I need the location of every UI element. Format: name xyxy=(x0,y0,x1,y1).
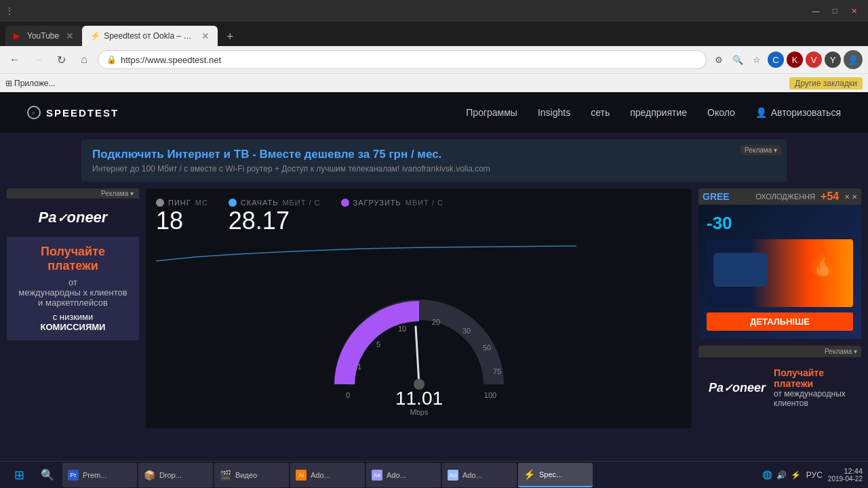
taskbar-app-au[interactable]: Au Ado... xyxy=(442,463,517,487)
svg-text:5: 5 xyxy=(376,340,380,348)
extension3-icon[interactable]: Y xyxy=(825,52,841,68)
taskbar-app-dropbox[interactable]: 📦 Drop... xyxy=(138,463,213,487)
payoneer-ad-badge-text[interactable]: Реклама ▾ xyxy=(825,348,857,355)
upload-icon xyxy=(341,199,349,207)
left-ad-text1: от xyxy=(15,277,131,287)
ad-banner: Реклама ▾ Подключить Интернет и ТВ - Вме… xyxy=(81,140,787,182)
ad-badge[interactable]: Реклама ▾ xyxy=(741,145,781,155)
home-button[interactable]: ⌂ xyxy=(75,50,94,69)
nav-network[interactable]: сеть xyxy=(591,107,610,118)
address-bar[interactable]: 🔒 https://www.speedtest.net xyxy=(98,50,707,69)
nav-enterprise[interactable]: предприятие xyxy=(630,107,687,118)
bookmarks-bar: ⊞ Приложе... Другие закладки xyxy=(0,73,868,92)
other-bookmarks[interactable]: Другие закладки xyxy=(789,77,863,89)
back-button[interactable]: ← xyxy=(5,50,24,69)
browser-chrome: ⋮ — □ ✕ ▶ YouTube ✕ ⚡ Speedtest от Ookla… xyxy=(0,0,868,92)
right-sidebar: GREE ОХОЛОДЖЕННЯ +54 ✕ ✕ -30 🔥 xyxy=(698,188,861,428)
download-stat: СКАЧАТЬ Мбит / с 28.17 xyxy=(229,199,321,235)
ad-badge-text: Реклама ▾ xyxy=(745,146,777,154)
svg-text:10: 10 xyxy=(397,325,406,333)
payoneer-ad-right: Реклама ▾ Pa✓oneer Получайте платежи от … xyxy=(698,346,861,418)
gree-close-btn[interactable]: ✕ ✕ xyxy=(844,193,857,201)
tab-speedtest-close[interactable]: ✕ xyxy=(201,30,210,41)
taskbar-app-ado1[interactable]: Ai Ado... xyxy=(290,463,365,487)
ado1-icon: Ai xyxy=(296,470,307,481)
left-ad-headline2: платежи xyxy=(15,259,131,273)
start-button[interactable]: ⊞ xyxy=(5,463,33,487)
payoneer-logo-box: Pa✓oneer xyxy=(7,199,139,237)
extensions-icon[interactable]: ⚙ xyxy=(711,52,727,68)
nav-bar: ← → ↻ ⌂ 🔒 https://www.speedtest.net ⚙ 🔍 … xyxy=(0,46,868,73)
left-ad-text2: международны х клиентов и маркетплейсов xyxy=(15,287,131,308)
ad-subtitle: Интернет до 100 Мбит / с вместе с Wi-Fi … xyxy=(92,164,776,174)
graph-svg xyxy=(156,242,682,262)
left-ad-badge[interactable]: Реклама ▾ xyxy=(7,188,139,199)
gree-temp-negative: -30 xyxy=(707,213,732,234)
taskbar-apps: Pr Prem... 📦 Drop... 🎬 Видео Ai Ado... A… xyxy=(62,463,760,487)
bookmark-icon[interactable]: ☆ xyxy=(749,52,765,68)
taskbar-app-speedtest[interactable]: ⚡ Spec... xyxy=(518,463,593,487)
ac-unit xyxy=(713,253,768,287)
taskbar-time: 12:44 xyxy=(828,467,863,475)
taskbar-app-premier[interactable]: Pr Prem... xyxy=(62,463,137,487)
tabs-bar: ▶ YouTube ✕ ⚡ Speedtest от Ookla – Глоба… xyxy=(0,22,868,46)
taskbar-app-ae[interactable]: Ae Ado... xyxy=(366,463,441,487)
download-icon xyxy=(229,199,237,207)
gree-details-btn[interactable]: ДЕТАЛЬНІШЕ xyxy=(707,312,853,331)
gree-ad: GREE ОХОЛОДЖЕННЯ +54 ✕ ✕ -30 🔥 xyxy=(698,188,861,339)
minimize-button[interactable]: — xyxy=(807,5,825,17)
svg-text:75: 75 xyxy=(492,367,500,375)
search-icon[interactable]: 🔍 xyxy=(730,52,746,68)
gree-ad-body: -30 🔥 ДЕТАЛЬНІШЕ xyxy=(698,205,861,339)
payoneer-logo-right: Pa✓oneer xyxy=(709,381,766,395)
nav-insights[interactable]: Insights xyxy=(538,107,570,118)
gree-temp-row: -30 xyxy=(707,213,853,234)
search-icon: 🔍 xyxy=(41,468,54,481)
login-icon: 👤 xyxy=(755,107,767,118)
battery-icon[interactable]: ⚡ xyxy=(791,470,801,480)
premier-icon: Pr xyxy=(68,470,79,481)
svg-line-0 xyxy=(416,327,419,384)
payoneer-logo: Pa✓oneer xyxy=(17,209,129,226)
maximize-button[interactable]: □ xyxy=(826,5,844,17)
svg-text:50: 50 xyxy=(482,344,490,352)
speedtest-header: ○ SPEEDTEST Программы Insights сеть пред… xyxy=(0,92,868,133)
nav-programs[interactable]: Программы xyxy=(466,107,517,118)
speedtest-nav: Программы Insights сеть предприятие Окол… xyxy=(466,107,841,118)
browser-menu-icon[interactable]: ⋮ xyxy=(5,6,14,16)
taskbar-time-date: 12:44 2019-04-22 xyxy=(828,467,863,483)
speedtest-taskbar-icon: ⚡ xyxy=(524,469,535,480)
profile-icon[interactable]: 👤 xyxy=(844,50,863,69)
upload-label-text: ЗАГРУЗИТЬ xyxy=(353,199,401,207)
chrome-icon[interactable]: C xyxy=(768,52,784,68)
tab-youtube[interactable]: ▶ YouTube ✕ xyxy=(5,26,82,46)
youtube-favicon: ▶ xyxy=(14,31,23,41)
nav-login[interactable]: 👤 Авторизоваться xyxy=(755,107,841,118)
au-label: Ado... xyxy=(462,471,482,479)
extension1-icon[interactable]: K xyxy=(787,52,803,68)
taskbar-date: 2019-04-22 xyxy=(828,475,863,483)
taskbar-search-button[interactable]: 🔍 xyxy=(35,463,60,487)
volume-icon[interactable]: 🔊 xyxy=(776,470,787,480)
tab-youtube-close[interactable]: ✕ xyxy=(66,30,74,41)
new-tab-button[interactable]: + xyxy=(220,27,239,46)
speedtest-main: ПИНГ МС 18 СКАЧАТЬ Мбит / с 28.17 xyxy=(146,188,692,428)
nav-about[interactable]: Около xyxy=(707,107,735,118)
left-ad-text3: с низкими xyxy=(15,312,131,322)
apps-bookmark[interactable]: ⊞ Приложе... xyxy=(5,79,55,88)
gree-ad-header: GREE ОХОЛОДЖЕННЯ +54 ✕ ✕ xyxy=(698,188,861,205)
network-icon[interactable]: 🌐 xyxy=(762,470,772,480)
taskbar-app-video[interactable]: 🎬 Видео xyxy=(214,463,289,487)
forward-button[interactable]: → xyxy=(28,50,47,69)
tab-youtube-title: YouTube xyxy=(27,31,59,41)
payoneer-ad-subtext: от международных клиентов xyxy=(774,389,851,408)
svg-text:100: 100 xyxy=(484,391,496,399)
taskbar-system-icons: 🌐 🔊 ⚡ xyxy=(762,470,801,480)
close-button[interactable]: ✕ xyxy=(845,5,863,17)
dropbox-label: Drop... xyxy=(159,471,182,479)
title-bar: ⋮ — □ ✕ xyxy=(0,0,868,22)
reload-button[interactable]: ↻ xyxy=(52,50,71,69)
extension2-icon[interactable]: V xyxy=(806,52,822,68)
dropbox-icon: 📦 xyxy=(144,470,155,481)
tab-speedtest[interactable]: ⚡ Speedtest от Ookla – Глоба... ✕ xyxy=(82,26,218,46)
